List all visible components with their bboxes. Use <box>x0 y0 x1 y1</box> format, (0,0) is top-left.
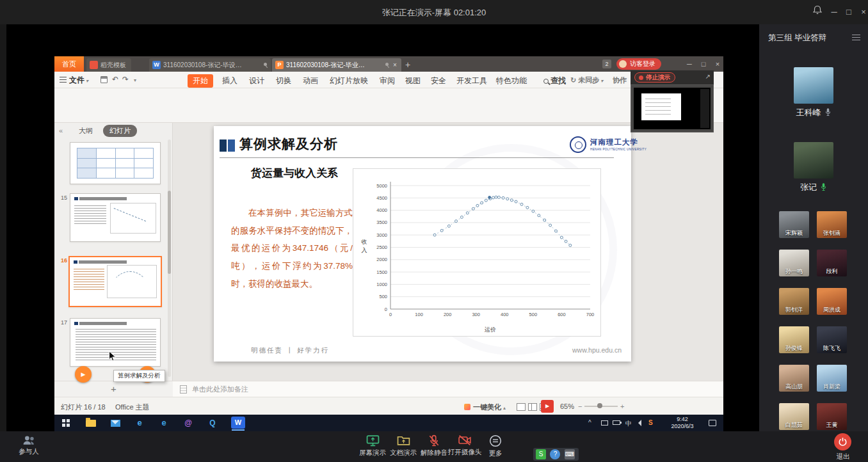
notes-area[interactable]: 单击此处添加备注 <box>173 381 723 397</box>
slide-canvas[interactable]: 算例求解及分析 河南理工大学 HENAN POLYTECHNIC UNIVERS… <box>214 126 631 362</box>
normal-view-icon[interactable] <box>517 403 526 411</box>
scrollbar-thumb[interactable] <box>168 191 171 274</box>
sync-status[interactable]: ↻ 未同步 <box>570 76 603 85</box>
taskbar-clock[interactable]: 9:42 2020/6/3 <box>663 416 702 430</box>
tab-defense-presentation[interactable]: P 311602030108-张记-毕业答辩 × <box>272 58 401 72</box>
leave-meeting-button[interactable] <box>834 433 851 450</box>
menu-security[interactable]: 安全 <box>431 76 446 86</box>
redo-icon[interactable]: ↷ <box>122 75 129 84</box>
slide-number: 17 <box>57 319 67 326</box>
close-tab-icon[interactable]: × <box>392 58 398 72</box>
volume-tray-icon[interactable] <box>638 420 641 426</box>
svg-text:0: 0 <box>389 312 392 317</box>
ime-indicator[interactable]: 中 <box>625 419 632 428</box>
stop-presenting-button[interactable]: 停止演示 <box>634 72 675 83</box>
menu-animation[interactable]: 动画 <box>303 76 318 86</box>
collab-label: 协作 <box>613 76 627 84</box>
minimize-button[interactable]: ─ <box>827 5 841 19</box>
add-slide-button[interactable]: + <box>111 381 117 397</box>
participant-tile[interactable]: 周洪成 <box>817 288 847 315</box>
wps-home-tab[interactable]: 首页 <box>54 56 84 72</box>
participant-tile[interactable]: 白慧茹 <box>779 403 809 430</box>
ime-toolbar[interactable]: S ? ⌨ <box>533 448 579 461</box>
theme-name[interactable]: Office 主题 <box>115 402 150 412</box>
slide-sorter-icon[interactable] <box>528 403 537 411</box>
participant-tile[interactable]: 王黄 <box>817 403 847 430</box>
participants-button[interactable]: 参与人 <box>10 434 48 456</box>
file-explorer-icon[interactable] <box>81 417 100 429</box>
maximize-button[interactable]: □ <box>842 5 856 19</box>
mail-app-icon[interactable] <box>106 417 125 429</box>
wps-restore-button[interactable]: □ <box>696 56 711 72</box>
wps-minimize-button[interactable]: ─ <box>682 56 696 72</box>
menu-insert[interactable]: 插入 <box>222 76 237 86</box>
action-center-icon[interactable] <box>709 420 716 426</box>
caj-viewer-icon[interactable]: @ <box>179 417 198 429</box>
participant-tile[interactable]: 郭钊洋 <box>779 288 809 315</box>
video-tile-featured-2[interactable] <box>794 142 833 179</box>
participant-tile[interactable]: 肖新梁 <box>817 365 847 392</box>
browser-app-icon[interactable]: Q <box>203 417 222 429</box>
participant-tile[interactable]: 宋辉颖 <box>779 211 809 238</box>
zoom-slider-knob[interactable] <box>597 403 602 408</box>
participant-tile[interactable]: 段利 <box>817 250 847 276</box>
menu-review[interactable]: 审阅 <box>380 76 395 86</box>
sogou-tray-icon[interactable]: S <box>648 419 653 426</box>
sogou-ime-icon[interactable]: S <box>536 449 546 459</box>
more-button[interactable]: 更多 <box>476 434 515 458</box>
quickbar-more-icon[interactable] <box>133 75 136 84</box>
participant-tile[interactable]: 孙一鸣 <box>779 250 809 276</box>
slide-thumbnail-16[interactable] <box>68 256 162 307</box>
tab-count-badge[interactable]: 2 <box>602 60 611 68</box>
menu-view[interactable]: 视图 <box>405 76 421 86</box>
battery-tray-icon[interactable] <box>613 420 620 425</box>
revenue-vs-price-chart[interactable]: 0500100015002000250030003500400045005000… <box>353 168 601 337</box>
menu-devtools[interactable]: 开发工具 <box>456 76 487 86</box>
menu-slideshow[interactable]: 幻灯片放映 <box>330 76 368 86</box>
undo-icon[interactable]: ↶ <box>112 75 118 84</box>
video-tile-featured-1[interactable] <box>794 67 833 104</box>
zoom-in-button[interactable]: + <box>620 402 624 410</box>
participant-tile[interactable]: 高山朋 <box>779 365 809 392</box>
presentation-doc-icon: P <box>275 61 284 69</box>
menu-transition[interactable]: 切换 <box>276 76 291 86</box>
guest-login-button[interactable]: 访客登录 <box>616 58 661 70</box>
expand-icon[interactable]: ↗ <box>705 73 711 80</box>
save-icon[interactable] <box>100 76 108 83</box>
close-button[interactable]: × <box>856 5 868 19</box>
participant-tile[interactable]: 张钊涵 <box>817 211 847 238</box>
slide-thumbnail-15[interactable] <box>70 193 161 242</box>
participant-tile[interactable]: 孙俊锋 <box>779 326 809 353</box>
view-toggle-icon[interactable] <box>852 35 860 40</box>
panel-scrollbar[interactable] <box>168 139 171 377</box>
start-button[interactable] <box>62 419 70 427</box>
file-menu[interactable]: 文件 <box>60 75 88 86</box>
wps-taskbar-icon[interactable]: W <box>231 417 245 429</box>
wps-close-button[interactable]: × <box>711 56 725 72</box>
ie-browser-icon[interactable]: e <box>154 417 173 429</box>
participant-tile[interactable]: 陈飞飞 <box>817 326 847 353</box>
play-from-slide-button[interactable]: ▶ <box>75 366 92 383</box>
menu-home[interactable]: 开始 <box>188 74 213 88</box>
menu-features[interactable]: 特色功能 <box>496 76 527 86</box>
zoom-out-button[interactable]: − <box>578 402 582 410</box>
collapse-panel-button[interactable]: « <box>59 127 63 134</box>
outline-tab[interactable]: 大纲 <box>79 126 93 136</box>
notifications-bell-icon[interactable] <box>810 5 824 19</box>
edge-browser-icon[interactable]: e <box>130 417 149 429</box>
collaborate-button[interactable]: 协作 <box>613 76 627 85</box>
slide-thumbnail-14[interactable] <box>70 142 161 184</box>
tray-expand-icon[interactable]: ^ <box>588 419 591 426</box>
help-icon[interactable]: ? <box>550 449 560 459</box>
new-tab-button[interactable]: + <box>405 58 410 72</box>
tab-docer-templates[interactable]: 稻壳模板 <box>86 58 131 72</box>
beautify-button[interactable]: 一键美化 <box>464 402 506 412</box>
keyboard-icon[interactable]: ⌨ <box>565 449 575 459</box>
menu-design[interactable]: 设计 <box>249 76 264 86</box>
slideshow-play-button[interactable]: ▶ <box>541 400 554 413</box>
find-button[interactable]: 查找 <box>543 76 566 86</box>
presentation-preview[interactable] <box>631 84 714 132</box>
slides-tab[interactable]: 幻灯片 <box>103 125 137 137</box>
tab-thesis-document[interactable]: W 311602030108-张记-毕设终稿 <box>149 58 271 72</box>
display-tray-icon[interactable] <box>601 420 608 426</box>
